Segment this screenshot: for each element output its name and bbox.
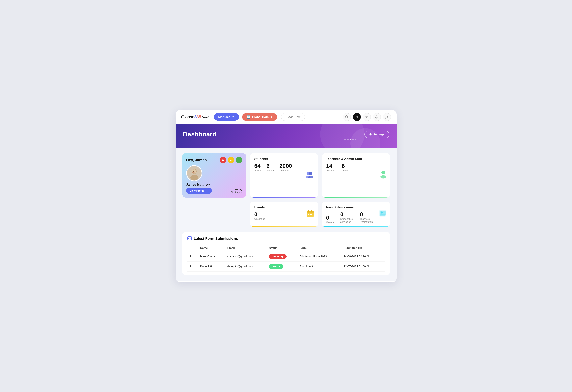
badge-green: ✚: [236, 157, 242, 163]
new-submissions-card: New Submissions 0 Generic 0 Student pre …: [322, 202, 390, 227]
settings-gear-icon: ⚙: [369, 133, 372, 136]
user-profile-button[interactable]: [383, 113, 391, 121]
badge-red: ◆: [220, 157, 226, 163]
svg-point-3: [386, 116, 387, 117]
global-data-chevron-icon: ▼: [270, 116, 273, 118]
ai-button[interactable]: AI: [353, 113, 361, 121]
table-row: 2 Dave Pitt davepitt@gmail.com Enroll En…: [187, 261, 385, 271]
submissions-stats: 0 Generic 0 Student pre admission 0 Teac…: [326, 212, 386, 224]
arrow-right-icon: →: [206, 189, 208, 192]
svg-point-6: [190, 175, 198, 180]
user-date: 16th August: [229, 191, 242, 194]
avatar-image: [187, 166, 201, 180]
col-id: ID: [187, 245, 198, 251]
admin-label: Admin: [342, 169, 348, 172]
cell-name[interactable]: Dave Pitt: [198, 261, 225, 271]
submissions-student-pre-num: 0: [340, 212, 354, 217]
add-new-button[interactable]: + Add New: [281, 113, 305, 121]
events-title: Events: [254, 205, 314, 209]
svg-point-9: [194, 171, 195, 172]
svg-point-14: [381, 171, 385, 174]
submissions-title: New Submissions: [326, 205, 386, 209]
global-data-button[interactable]: 🔄 Global Data ▼: [242, 113, 277, 121]
user-card: Hey, James ◆ ● ✚: [182, 153, 246, 198]
table-row: 1 Mary Claire claire.m@gmail.com Pending…: [187, 251, 385, 261]
cell-status: Enroll: [267, 261, 297, 271]
svg-rect-17: [307, 211, 314, 213]
navbar: Classe 3 65 Modules ▼ 🔄 Global Data ▼ + …: [176, 110, 397, 124]
user-avatar: [186, 165, 202, 181]
dot-5: [355, 139, 356, 140]
submissions-card-bottom-line: [322, 226, 390, 227]
view-profile-button[interactable]: View Profile →: [186, 188, 212, 194]
students-card: Students 64 Active 6 Alumni 2000 License…: [250, 153, 318, 198]
logo: Classe 3 65: [181, 114, 209, 120]
teachers-icon: [379, 170, 387, 181]
submissions-section-header: Latest Form Submissions: [187, 236, 385, 241]
global-data-icon: 🔄: [247, 115, 250, 119]
col-email: Email: [225, 245, 267, 251]
modules-button[interactable]: Modules ▼: [214, 113, 239, 121]
students-icon: [305, 171, 315, 180]
bell-button[interactable]: [373, 113, 381, 121]
col-name: Name: [198, 245, 225, 251]
status-badge: Pending: [269, 254, 286, 259]
students-alumni-num: 6: [266, 163, 274, 169]
translate-icon: 文: [365, 115, 369, 119]
admin-num: 8: [342, 163, 348, 169]
svg-rect-29: [188, 237, 191, 240]
svg-point-18: [308, 214, 309, 215]
teachers-num-stat: 14 Teachers: [326, 163, 336, 172]
cell-form: Enrollment: [297, 261, 341, 271]
teachers-label: Teachers: [326, 169, 336, 172]
submissions-student-pre-stat: 0 Student pre admission: [340, 212, 354, 224]
search-button[interactable]: [343, 113, 351, 121]
svg-point-19: [310, 214, 311, 215]
svg-rect-21: [308, 210, 309, 212]
table-header-row: ID Name Email Status Form Submitted On: [187, 245, 385, 251]
cell-submitted-on: 14-08-2024 02:26 AM: [341, 251, 385, 261]
students-licenses-num: 2000: [279, 163, 292, 169]
submissions-table: ID Name Email Status Form Submitted On 1…: [187, 245, 385, 272]
cell-id[interactable]: 1: [187, 251, 198, 261]
cell-email: davepitt@gmail.com: [225, 261, 267, 271]
students-licenses-label: Licenses: [279, 169, 292, 172]
svg-rect-22: [311, 210, 312, 212]
teachers-stats: 14 Teachers 8 Admin: [326, 163, 386, 172]
settings-label: Settings: [373, 133, 384, 136]
dot-2: [347, 139, 349, 140]
cell-email: claire.m@gmail.com: [225, 251, 267, 261]
latest-submissions-section: Latest Form Submissions ID Name Email St…: [182, 232, 390, 275]
user-icon: [385, 115, 389, 119]
user-badges: ◆ ● ✚: [220, 157, 242, 163]
translate-button[interactable]: 文: [363, 113, 371, 121]
cell-id[interactable]: 2: [187, 261, 198, 271]
svg-line-1: [347, 118, 348, 118]
admin-stat: 8 Admin: [342, 163, 348, 172]
cell-status: Pending: [267, 251, 297, 261]
dashboard-content: Hey, James ◆ ● ✚: [176, 148, 397, 281]
events-card: Events 0 Upcoming: [250, 202, 318, 227]
user-card-header: Hey, James ◆ ● ✚: [186, 157, 242, 163]
col-status: Status: [267, 245, 297, 251]
submissions-teachers-reg-num: 0: [360, 212, 374, 217]
navbar-icons: AI 文: [343, 113, 391, 121]
svg-point-8: [193, 171, 193, 172]
settings-button[interactable]: ⚙ Settings: [365, 131, 389, 138]
hero-banner: Dashboard ⚙ Settings: [176, 124, 397, 148]
cell-name[interactable]: Mary Claire: [198, 251, 225, 261]
students-alumni-stat: 6 Alumni: [266, 163, 274, 172]
bell-icon: [375, 115, 379, 119]
events-stats: 0 Upcoming: [254, 212, 314, 220]
svg-point-11: [309, 172, 312, 175]
submissions-student-pre-label: Student pre admission: [340, 218, 354, 224]
svg-rect-28: [381, 215, 385, 215]
cell-form: Admission Form 2023: [297, 251, 341, 261]
dot-1: [344, 139, 346, 140]
add-new-label: + Add New: [286, 115, 300, 119]
hero-dots: [344, 139, 356, 140]
dot-3: [350, 139, 351, 140]
global-data-label: Global Data: [252, 115, 269, 119]
cards-row-2: Events 0 Upcoming: [182, 202, 390, 227]
user-day: Friday: [229, 188, 242, 191]
